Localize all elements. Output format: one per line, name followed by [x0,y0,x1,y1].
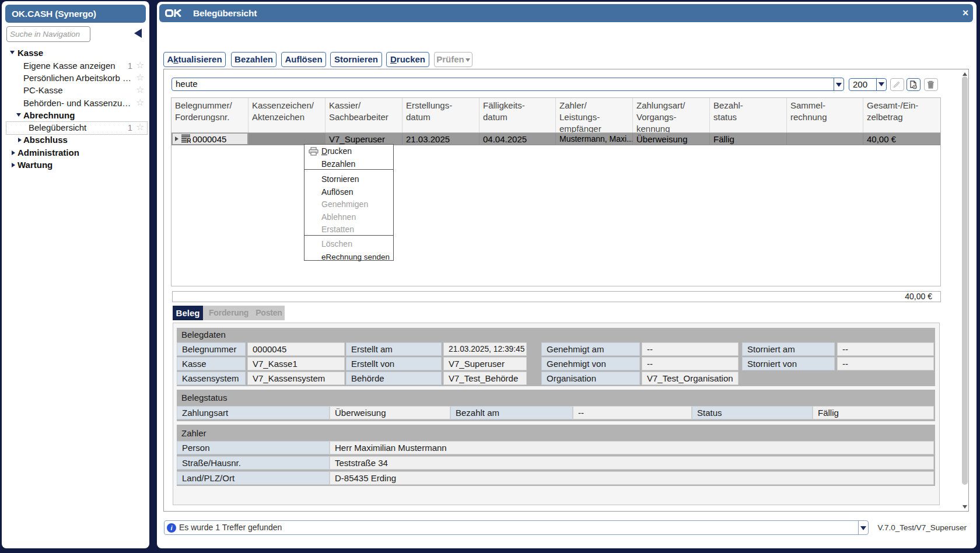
svg-text:R: R [187,137,191,144]
